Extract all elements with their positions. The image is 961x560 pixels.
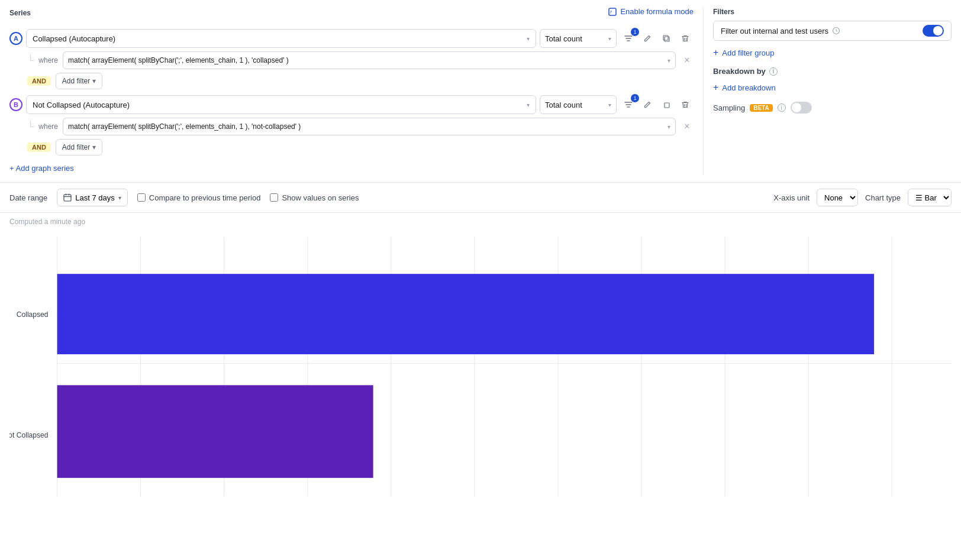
show-values-checkbox[interactable]: [270, 193, 278, 202]
show-values-checkbox-label[interactable]: Show values on series: [270, 193, 359, 202]
breakdown-label: Breakdown by i: [713, 67, 952, 76]
add-filter-b-chevron: ▾: [92, 143, 96, 151]
sampling-row: Sampling BETA i: [713, 102, 952, 114]
series-a-add-filter-button[interactable]: Add filter ▾: [56, 73, 102, 89]
series-a-and-badge: AND: [27, 76, 51, 86]
sampling-toggle-knob: [792, 103, 801, 112]
series-b-badge: B: [9, 98, 22, 111]
filter-b-chevron: ▾: [667, 124, 670, 130]
series-b-delete-button[interactable]: [677, 96, 694, 113]
filter-label: Filter out internal and test users: [721, 27, 828, 35]
chart-label-not-collapsed: Not Collapsed: [9, 431, 49, 439]
series-b-add-filter-button[interactable]: Add filter ▾: [56, 139, 102, 156]
chart-type-label: Chart type: [865, 193, 901, 202]
tree-line-a: └: [27, 55, 34, 66]
series-section-label: Series: [9, 9, 31, 17]
edit-icon-b: [643, 101, 652, 109]
series-a-edit-button[interactable]: [639, 30, 656, 47]
metric-a-chevron: ▾: [608, 35, 611, 42]
copy-icon-b: [662, 101, 670, 109]
calendar-icon: [63, 193, 72, 202]
series-a-notification-badge: 1: [631, 28, 639, 36]
series-b-metric[interactable]: Total count ▾: [540, 95, 617, 114]
date-range-button[interactable]: Last 7 days ▾: [57, 189, 128, 206]
sampling-toggle[interactable]: [791, 102, 812, 114]
series-b-sort-action[interactable]: 1: [620, 96, 637, 113]
svg-text:f: f: [610, 9, 612, 15]
svg-rect-3: [663, 35, 668, 40]
compare-checkbox-label[interactable]: Compare to previous time period: [137, 193, 261, 202]
where-label-b: where: [38, 122, 58, 131]
date-range-label: Date range: [9, 193, 47, 202]
chart-series-b-bar: [57, 385, 373, 478]
filter-a-chevron: ▾: [667, 57, 670, 64]
trash-icon-b: [681, 101, 689, 109]
metric-b-chevron: ▾: [608, 102, 611, 108]
formula-icon: f: [608, 8, 617, 16]
computed-label: Computed a minute ago: [9, 218, 952, 226]
add-filter-group-button[interactable]: + Add filter group: [713, 46, 775, 60]
svg-rect-4: [665, 103, 669, 108]
series-b-select[interactable]: Not Collapsed (Autocapture) ▾: [26, 95, 536, 114]
series-a-delete-button[interactable]: [677, 30, 694, 47]
series-a-sort-action[interactable]: 1: [620, 30, 637, 47]
series-a-badge: A: [9, 32, 22, 45]
xaxis-unit-select[interactable]: None: [817, 189, 858, 206]
series-b-chevron: ▾: [527, 102, 530, 108]
series-b-edit-button[interactable]: [639, 96, 656, 113]
filter-settings-icon[interactable]: [832, 27, 840, 35]
chart-series-a-bar: [57, 274, 874, 354]
chart-label-collapsed: Collapsed: [17, 310, 49, 319]
chart-container: Collapsed Not Collapsed: [9, 231, 952, 503]
toggle-knob: [933, 26, 943, 35]
series-b-notification-badge: 1: [631, 94, 639, 102]
edit-icon: [643, 34, 652, 43]
add-breakdown-button[interactable]: + Add breakdown: [713, 80, 776, 95]
series-a-chevron: ▾: [527, 35, 530, 42]
compare-checkbox[interactable]: [137, 193, 146, 202]
filters-section-label: Filters: [713, 8, 734, 16]
svg-rect-2: [665, 37, 669, 41]
trash-icon-a: [681, 34, 689, 43]
sampling-info-icon[interactable]: i: [778, 103, 786, 112]
add-graph-series-button[interactable]: + Add graph series: [9, 161, 74, 175]
copy-icon: [662, 34, 670, 43]
breakdown-info-icon[interactable]: i: [769, 67, 778, 76]
series-a-filter-select[interactable]: match( arrayElement( splitByChar(';', el…: [63, 51, 676, 69]
series-a-copy-button[interactable]: [658, 30, 675, 47]
series-b-copy-button[interactable]: [658, 96, 675, 113]
where-label-a: where: [38, 56, 58, 64]
svg-rect-6: [64, 195, 71, 201]
tree-line-b: └: [27, 121, 34, 132]
series-a-select[interactable]: Collapsed (Autocapture) ▾: [26, 29, 536, 48]
add-filter-a-chevron: ▾: [92, 77, 96, 85]
series-b-filter-close[interactable]: ×: [681, 120, 694, 133]
filter-toggle[interactable]: [923, 25, 944, 37]
series-a-filter-close[interactable]: ×: [681, 54, 694, 67]
chart-type-select[interactable]: ☰ Bar: [908, 189, 952, 206]
enable-formula-button[interactable]: f Enable formula mode: [608, 7, 694, 16]
filter-internal-users: Filter out internal and test users: [713, 21, 952, 41]
chart-svg: Collapsed Not Collapsed: [9, 231, 952, 503]
date-range-chevron: ▾: [118, 195, 121, 201]
beta-badge: BETA: [750, 104, 772, 112]
series-b-and-badge: AND: [27, 143, 51, 152]
xaxis-unit-label: X-axis unit: [773, 193, 810, 202]
series-a-metric[interactable]: Total count ▾: [540, 29, 617, 48]
series-b-filter-select[interactable]: match( arrayElement( splitByChar(';', el…: [63, 118, 676, 135]
